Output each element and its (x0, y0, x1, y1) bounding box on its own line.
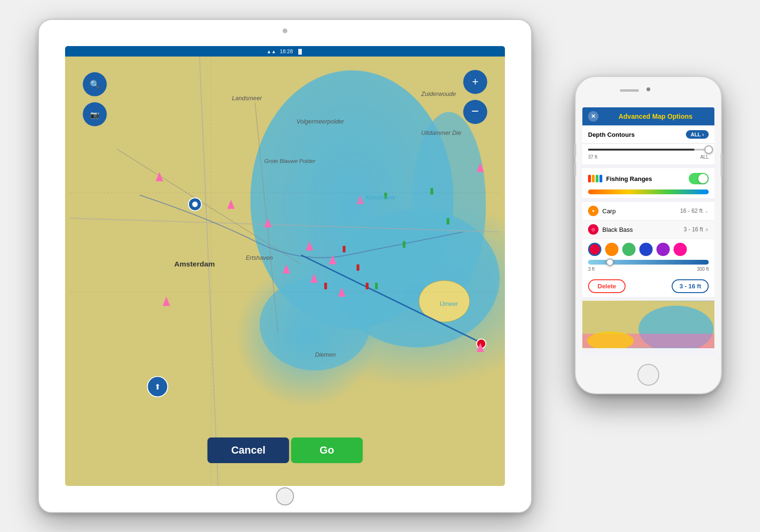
depth-min-label: 37 ft (588, 154, 597, 160)
color-swatches-row (582, 239, 714, 260)
black-bass-fish-row[interactable]: ◎ Black Bass 3 - 16 ft ∧ (582, 220, 714, 239)
phone-camera (646, 87, 650, 91)
depth-contours-label: Depth Contours (588, 131, 686, 138)
black-bass-range-max: 300 ft (697, 266, 709, 272)
depth-slider-thumb[interactable] (704, 145, 713, 154)
phone-panel-content: Depth Contours ALL › 37 ft ALL (582, 125, 714, 355)
svg-text:Kinselmeer: Kinselmeer (366, 194, 396, 201)
swatch-orange[interactable] (605, 243, 618, 256)
phone-device: ✕ Advanced Map Options Depth Contours AL… (575, 76, 722, 394)
svg-rect-29 (357, 264, 360, 271)
svg-text:Landsmeer: Landsmeer (232, 95, 262, 102)
depth-max-label: ALL (700, 154, 709, 160)
svg-rect-30 (366, 283, 369, 289)
phone-home-button[interactable] (637, 364, 659, 386)
wifi-icon: ▲▲ (266, 49, 276, 54)
go-button[interactable]: Go (291, 437, 363, 463)
black-bass-depth-thumb[interactable] (606, 258, 614, 266)
svg-text:Ertshaven: Ertshaven (246, 255, 273, 261)
map-action-buttons: Cancel Go (208, 437, 363, 463)
map-svg: ⬆ Landsmeer Zuiderwoude Volgermeerpolder… (65, 57, 505, 486)
fishing-gradient-bar (588, 190, 709, 194)
tablet-status-bar: ▲▲ 18:28 ▐▌ (65, 46, 505, 57)
status-time: 18:28 (280, 48, 293, 54)
svg-text:🔍: 🔍 (90, 79, 100, 90)
svg-text:⬆: ⬆ (154, 383, 161, 391)
black-bass-depth-slider[interactable] (588, 260, 709, 265)
all-badge[interactable]: ALL › (686, 130, 709, 139)
black-bass-chevron: ∧ (705, 227, 709, 233)
depth-slider-container: 37 ft ALL (582, 144, 714, 168)
tablet-home-button[interactable] (276, 487, 294, 505)
black-bass-action-row: Delete 3 - 16 ft (582, 276, 714, 297)
swatch-pink[interactable] (674, 243, 687, 256)
carp-range: 16 - 62 ft (680, 208, 703, 214)
color-bar-blue (599, 175, 602, 182)
svg-rect-27 (375, 283, 378, 289)
map-background: ⬆ Landsmeer Zuiderwoude Volgermeerpolder… (65, 57, 505, 486)
color-bar-orange (592, 175, 595, 182)
svg-rect-28 (343, 246, 346, 253)
depth-contours-row: Depth Contours ALL › (582, 125, 714, 144)
color-bar-green (596, 175, 598, 182)
close-button[interactable]: ✕ (588, 111, 598, 122)
fishing-ranges-toggle[interactable] (689, 173, 709, 184)
black-bass-expanded: 3 ft 300 ft Delete 3 - 16 ft (582, 239, 714, 301)
phone-header: ✕ Advanced Map Options (582, 107, 714, 125)
range-chip: 3 - 16 ft (672, 279, 709, 293)
svg-marker-12 (227, 200, 235, 209)
svg-text:Zuiderwoude: Zuiderwoude (421, 91, 456, 97)
fishing-ranges-row: Fishing Ranges (582, 168, 714, 190)
svg-text:Uitdammer Die: Uitdammer Die (421, 130, 461, 136)
svg-text:IJmeer: IJmeer (440, 301, 458, 307)
carp-fish-row[interactable]: ● Carp 16 - 62 ft ⌄ (582, 202, 714, 220)
volume-up-button[interactable] (574, 143, 576, 158)
fishing-color-bars (588, 175, 602, 182)
svg-text:+: + (472, 76, 479, 88)
svg-rect-24 (446, 218, 449, 225)
carp-icon: ● (588, 206, 598, 216)
depth-slider-track[interactable] (588, 149, 709, 151)
toggle-knob (698, 174, 708, 183)
svg-rect-26 (403, 241, 406, 248)
carp-chevron: ⌄ (704, 208, 709, 214)
svg-text:−: − (472, 104, 479, 118)
svg-rect-31 (324, 283, 327, 289)
black-bass-range-min: 3 ft (588, 266, 595, 272)
depth-slider-fill (588, 149, 694, 151)
phone-screen: ✕ Advanced Map Options Depth Contours AL… (582, 107, 714, 355)
power-button[interactable] (721, 153, 722, 177)
cancel-button[interactable]: Cancel (208, 437, 289, 463)
svg-marker-11 (156, 172, 163, 181)
svg-text:Grote Blauwe Polder: Grote Blauwe Polder (264, 158, 316, 164)
depth-slider-labels: 37 ft ALL (588, 154, 709, 160)
delete-button[interactable]: Delete (588, 279, 626, 293)
swatch-green[interactable] (622, 243, 636, 256)
phone-speaker (620, 89, 639, 92)
svg-text:Diemen: Diemen (315, 352, 336, 358)
fishing-ranges-section: Fishing Ranges (582, 168, 714, 202)
svg-text:Volgermeerpolder: Volgermeerpolder (296, 118, 344, 125)
black-bass-range-labels: 3 ft 300 ft (582, 266, 714, 276)
battery-icon: ▐▌ (297, 49, 304, 54)
carp-name: Carp (602, 208, 680, 215)
svg-line-6 (200, 57, 218, 486)
color-bar-red (588, 175, 591, 182)
panel-title: Advanced Map Options (602, 113, 709, 120)
black-bass-icon: ◎ (588, 224, 598, 235)
svg-text:Amsterdam: Amsterdam (174, 260, 215, 268)
svg-marker-21 (162, 296, 170, 305)
swatch-blue[interactable] (639, 243, 653, 256)
tablet-camera (283, 28, 287, 33)
tablet-device: ▲▲ 18:28 ▐▌ (38, 19, 532, 513)
black-bass-name: Black Bass (602, 226, 684, 233)
black-bass-range: 3 - 16 ft (684, 226, 703, 233)
swatch-red[interactable] (588, 243, 601, 256)
phone-map-preview (582, 301, 714, 348)
svg-text:📷: 📷 (90, 110, 100, 119)
volume-down-button[interactable] (574, 162, 576, 177)
fishing-ranges-label: Fishing Ranges (606, 175, 689, 182)
swatch-purple[interactable] (656, 243, 670, 256)
tablet-screen: ▲▲ 18:28 ▐▌ (65, 46, 505, 486)
svg-rect-23 (430, 188, 433, 195)
